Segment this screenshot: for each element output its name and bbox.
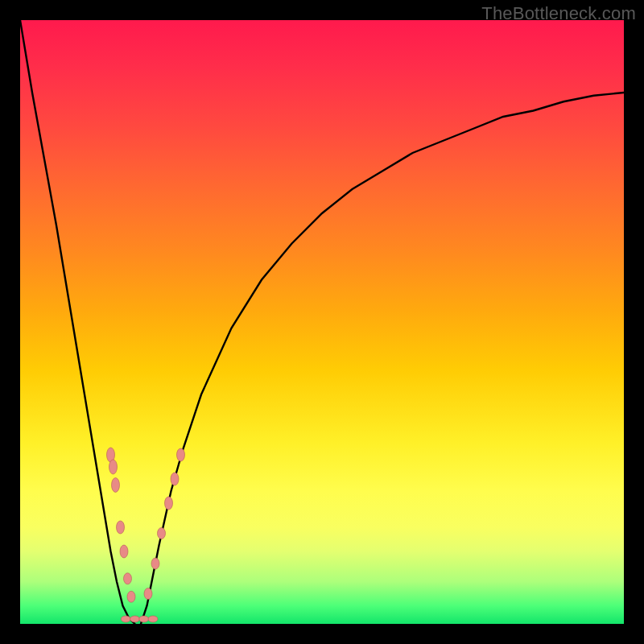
data-marker bbox=[112, 478, 120, 493]
data-marker bbox=[171, 473, 179, 485]
chart-frame: TheBottleneck.com bbox=[0, 0, 644, 644]
series-right-curve bbox=[141, 93, 624, 624]
data-marker bbox=[117, 521, 125, 534]
curve-layer bbox=[20, 20, 624, 624]
data-marker bbox=[120, 545, 128, 558]
data-marker bbox=[144, 588, 152, 600]
data-marker bbox=[148, 616, 158, 622]
series-left-curve bbox=[20, 20, 135, 624]
data-marker bbox=[121, 616, 130, 622]
data-marker bbox=[165, 497, 173, 510]
data-marker bbox=[124, 573, 132, 584]
plot-area bbox=[20, 20, 624, 624]
data-marker bbox=[158, 528, 166, 539]
attribution-watermark: TheBottleneck.com bbox=[481, 3, 636, 24]
data-marker bbox=[109, 460, 118, 474]
data-marker bbox=[177, 448, 185, 461]
data-marker bbox=[139, 616, 149, 622]
marker-layer bbox=[107, 448, 185, 622]
data-marker bbox=[130, 616, 140, 622]
data-marker bbox=[151, 558, 159, 569]
data-marker bbox=[127, 591, 135, 602]
chart-svg bbox=[20, 20, 624, 624]
